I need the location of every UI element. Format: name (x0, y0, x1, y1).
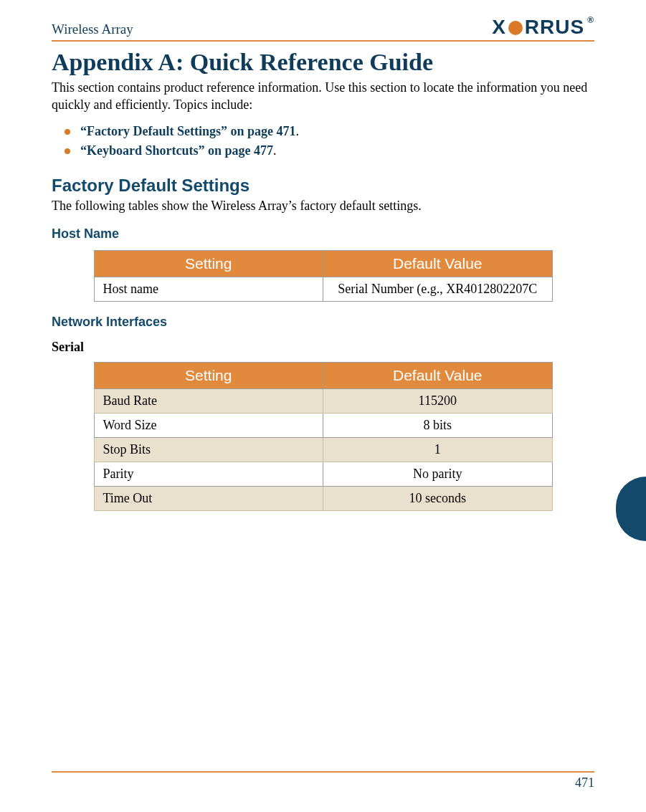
table-row: Host name Serial Number (e.g., XR4012802… (94, 277, 552, 301)
doc-title: Wireless Array (52, 22, 133, 37)
table-row: Word Size 8 bits (94, 413, 552, 437)
table-row: Stop Bits 1 (94, 437, 552, 462)
table-header-setting: Setting (94, 362, 323, 388)
cell-setting: Time Out (94, 486, 323, 510)
topic-link-factory-defaults[interactable]: “Factory Default Settings” on page 471 (80, 124, 295, 138)
cell-value: No parity (323, 462, 553, 486)
table-header-value: Default Value (323, 250, 553, 277)
cell-setting: Parity (94, 462, 323, 486)
page-number: 471 (575, 775, 594, 790)
table-header-setting: Setting (94, 250, 323, 277)
logo-text: RRUS (525, 17, 584, 37)
cell-setting: Host name (94, 277, 323, 301)
cell-value: 115200 (323, 388, 553, 413)
cell-value: Serial Number (e.g., XR4012802207C (323, 277, 553, 301)
cell-value: 8 bits (323, 413, 553, 437)
list-item: “Keyboard Shortcuts” on page 477. (80, 143, 594, 158)
subheading-host-name: Host Name (52, 226, 594, 242)
logo-dot-icon (508, 21, 523, 35)
intro-paragraph: This section contains product reference … (52, 79, 594, 114)
registered-mark-icon: ® (587, 16, 594, 24)
table-header-value: Default Value (323, 362, 553, 388)
subheading-serial: Serial (52, 340, 594, 355)
brand-logo: X RRUS ® (492, 17, 594, 37)
topic-suffix: . (273, 143, 277, 158)
topics-list: “Factory Default Settings” on page 471. … (52, 124, 594, 158)
table-row: Baud Rate 115200 (94, 388, 552, 413)
logo-letter-x: X (492, 17, 506, 37)
section-intro: The following tables show the Wireless A… (52, 199, 594, 214)
cell-value: 1 (323, 437, 553, 462)
cell-setting: Word Size (94, 413, 323, 437)
cell-setting: Baud Rate (94, 388, 323, 413)
page-footer: 471 (52, 771, 594, 790)
appendix-title: Appendix A: Quick Reference Guide (52, 49, 594, 76)
section-heading-factory-defaults: Factory Default Settings (52, 176, 594, 196)
table-row: Parity No parity (94, 462, 552, 486)
list-item: “Factory Default Settings” on page 471. (80, 124, 594, 139)
table-row: Time Out 10 seconds (94, 486, 552, 510)
host-name-table: Setting Default Value Host name Serial N… (94, 250, 553, 302)
cell-value: 10 seconds (323, 486, 553, 510)
serial-table: Setting Default Value Baud Rate 115200 W… (94, 362, 553, 511)
topic-suffix: . (295, 124, 299, 138)
topic-link-keyboard-shortcuts[interactable]: “Keyboard Shortcuts” on page 477 (80, 143, 273, 158)
subheading-network-interfaces: Network Interfaces (52, 315, 594, 330)
cell-setting: Stop Bits (94, 437, 323, 462)
page-header: Wireless Array X RRUS ® (52, 17, 594, 42)
